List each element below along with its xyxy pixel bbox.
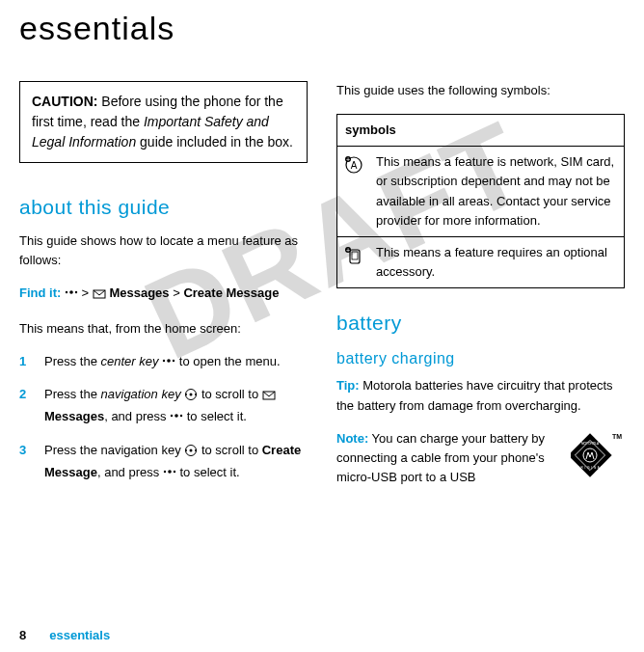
caution-label: CAUTION: <box>32 94 97 109</box>
svg-point-4 <box>167 359 171 363</box>
caution-box: CAUTION: Before using the phone for the … <box>19 81 308 163</box>
find-it-label: Find it: <box>19 285 61 300</box>
svg-point-13 <box>171 415 173 417</box>
step-3-a: Press the navigation key <box>44 443 184 457</box>
messages-icon <box>93 286 106 306</box>
symbols-header: symbols <box>337 115 625 147</box>
findit-sep2: > <box>173 285 183 300</box>
svg-point-10 <box>195 394 197 395</box>
findit-messages: Messages <box>109 285 169 300</box>
step-2-c: , and press <box>104 409 170 423</box>
step-3-c: , and press <box>97 465 163 479</box>
svg-point-18 <box>195 449 197 451</box>
step-2-d: to select it. <box>187 409 247 423</box>
svg-text:+: + <box>346 247 350 254</box>
step-2: 2 Press the navigation key to scroll to … <box>19 385 308 426</box>
step-2-number: 2 <box>19 385 31 426</box>
svg-point-16 <box>190 448 193 451</box>
right-column: This guide uses the following symbols: s… <box>336 81 625 496</box>
footer-section: essentials <box>49 628 110 642</box>
tip-paragraph: Tip: Motorola batteries have circuitry t… <box>336 376 625 415</box>
svg-point-21 <box>174 470 175 472</box>
svg-point-14 <box>180 415 182 417</box>
footer: 8 essentials <box>19 628 110 642</box>
note-text: You can charge your battery by connectin… <box>336 431 545 484</box>
symbols-intro: This guide uses the following symbols: <box>336 81 625 100</box>
svg-point-12 <box>174 415 178 419</box>
accessory-icon: + <box>343 245 364 272</box>
table-row: + This means a feature requires an optio… <box>337 236 625 287</box>
table-row: A+ This means a feature is network, SIM … <box>337 147 625 237</box>
step-2-italic: navigation key <box>101 387 181 401</box>
symbols-row1-text: This means a feature is network, SIM car… <box>370 147 625 237</box>
find-it-line: Find it: > Messages > Create Message <box>19 284 308 306</box>
page-title: essentials <box>19 10 625 47</box>
about-intro: This guide shows how to locate a menu fe… <box>19 231 308 270</box>
step-3: 3 Press the navigation key to scroll to … <box>19 441 308 482</box>
motorola-original-badge: TM MOTOROLA O R I G I N A L <box>571 431 625 485</box>
tip-label: Tip: <box>336 378 360 393</box>
step-1-italic: center key <box>101 354 159 368</box>
charging-heading: battery charging <box>336 347 625 371</box>
messages-icon <box>262 388 276 407</box>
step-3-b: to scroll to <box>201 443 262 457</box>
note-paragraph: TM MOTOROLA O R I G I N A L Note: You ca… <box>336 429 625 487</box>
svg-rect-27 <box>352 252 358 259</box>
step-2-bold: Messages <box>44 409 104 423</box>
svg-point-19 <box>168 470 172 474</box>
svg-point-8 <box>190 394 193 396</box>
step-2-b: to scroll to <box>201 387 262 401</box>
center-key-icon <box>162 354 175 367</box>
tm-text: TM <box>612 433 622 440</box>
svg-point-5 <box>163 360 165 362</box>
svg-point-2 <box>75 291 77 293</box>
symbols-row2-text: This means a feature requires an optiona… <box>370 236 625 287</box>
page-number: 8 <box>19 628 26 642</box>
findit-create: Create Message <box>183 285 279 300</box>
svg-point-6 <box>173 360 174 362</box>
step-1-a: Press the <box>44 354 101 368</box>
home-intro: This means that, from the home screen: <box>19 319 308 339</box>
step-1: 1 Press the center key to open the menu. <box>19 352 308 371</box>
svg-text:MOTOROLA: MOTOROLA <box>581 442 600 446</box>
symbols-table: symbols A+ This means a feature is netwo… <box>336 114 625 288</box>
nav-key-icon <box>184 388 198 407</box>
svg-point-9 <box>185 394 187 395</box>
svg-point-0 <box>69 290 73 294</box>
about-heading: about this guide <box>19 192 308 224</box>
center-key-icon <box>170 409 183 422</box>
tip-text: Motorola batteries have circuitry that p… <box>336 378 613 412</box>
step-3-d: to select it. <box>179 465 239 479</box>
svg-point-17 <box>185 449 187 451</box>
svg-text:A: A <box>351 160 358 171</box>
step-1-b: to open the menu. <box>179 354 281 368</box>
svg-point-20 <box>164 470 166 472</box>
battery-heading: battery <box>336 308 625 340</box>
center-key-icon <box>163 465 176 478</box>
svg-text:O R I G I N A L: O R I G I N A L <box>577 466 603 470</box>
step-3-number: 3 <box>19 441 31 482</box>
step-2-a: Press the <box>44 387 101 401</box>
svg-point-1 <box>66 291 67 293</box>
step-1-number: 1 <box>19 352 31 371</box>
caution-text-after: guide included in the box. <box>136 134 293 149</box>
note-label: Note: <box>336 431 368 446</box>
left-column: CAUTION: Before using the phone for the … <box>19 81 308 496</box>
svg-text:+: + <box>346 156 350 163</box>
nav-key-icon <box>184 444 198 463</box>
network-icon: A+ <box>343 154 364 181</box>
findit-sep1: > <box>82 285 93 300</box>
center-key-icon <box>65 285 78 299</box>
